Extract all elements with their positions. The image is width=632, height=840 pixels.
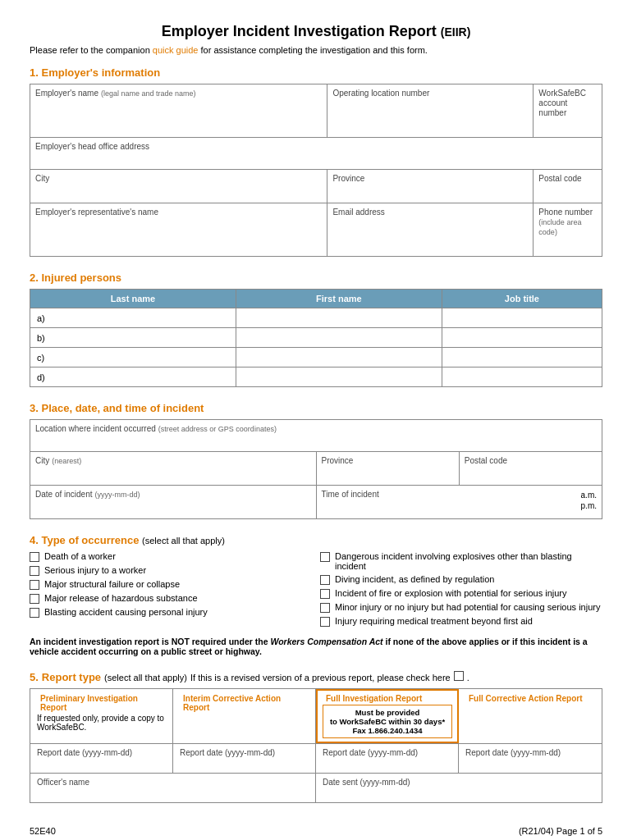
full-corr-label: Full Corrective Action Report [469,694,583,703]
full-corr-date-input[interactable] [465,757,595,769]
occurrence-checkbox-6[interactable] [320,575,330,585]
occurrence-checkbox-7[interactable] [320,589,330,599]
head-office-input[interactable] [35,151,597,166]
preliminary-date-cell: Report date (yyyy-mm-dd) [30,744,173,773]
city-input[interactable] [35,183,322,199]
occurrence-label-6: Diving incident, as defined by regulatio… [335,574,494,584]
row-a-last[interactable]: a) [30,308,236,328]
preliminary-date-input[interactable] [37,757,166,769]
location-sublabel: (street address or GPS coordinates) [158,425,277,433]
occurrence-checkbox-4[interactable] [30,608,39,618]
footer-left: 52E40 [30,826,56,836]
occurrence-checkbox-8[interactable] [320,603,330,613]
occurrence-label-5: Dangerous incident involving explosives … [335,551,602,571]
full-corr-date-cell: Report date (yyyy-mm-dd) [459,744,602,773]
subtitle-post: for assistance completing the investigat… [198,45,427,55]
full-inv-date-input[interactable] [323,757,451,769]
operating-location-input[interactable] [332,98,528,114]
employer-name-input[interactable] [35,98,322,114]
row-a-job[interactable] [442,308,602,328]
occurrence-item-1: Serious injury to a worker [30,565,312,576]
section-1-title: 1. Employer's information [30,66,602,79]
table-row: a) [30,308,602,328]
s3-province-input[interactable] [322,465,454,482]
email-input[interactable] [332,217,528,233]
row-c-last[interactable]: c) [30,348,236,368]
phone-input[interactable] [538,236,597,253]
rt-preliminary: Preliminary Investigation Report If requ… [30,689,173,743]
occurrence-checkbox-3[interactable] [30,594,39,604]
s3-postal-cell: Postal code [459,452,602,486]
revised-checkbox[interactable] [454,671,464,681]
head-office-cell: Employer's head office address [30,138,602,170]
s4-select-note: (select all that apply) [142,536,225,546]
province-input[interactable] [332,183,528,199]
row-b-job[interactable] [442,328,602,348]
occurrence-item-4: Blasting accident causing personal injur… [30,607,312,618]
occurrence-item-8: Minor injury or no injury but had potent… [320,602,602,613]
location-input[interactable] [35,433,597,448]
worksafe-account-label: WorkSafeBC account number [538,89,586,117]
occurrence-item-3: Major release of hazardous substance [30,593,312,604]
rt-full-corr: Full Corrective Action Report [459,689,602,743]
occurrence-label-0: Death of a worker [44,551,116,561]
occurrence-checkbox-2[interactable] [30,580,39,590]
date-sent-input[interactable] [323,787,595,798]
phone-sublabel: (include area code) [538,218,581,236]
date-sent-cell: Date sent (yyyy-mm-dd) [316,774,602,802]
employer-name-label: Employer's name [35,89,98,98]
city-nearest-cell: City (nearest) [30,452,317,486]
email-label: Email address [332,208,384,217]
quick-guide-link[interactable]: quick guide [153,45,199,55]
row-b-first[interactable] [236,328,442,348]
occurrence-checkbox-5[interactable] [320,552,330,562]
row-a-first[interactable] [236,308,442,328]
city-nearest-label: City [35,456,49,465]
row-d-first[interactable] [236,368,442,387]
occurrence-label-3: Major release of hazardous substance [44,593,198,603]
page-title: Employer Incident Investigation Report (… [30,23,602,40]
row-d-job[interactable] [442,368,602,387]
occurrence-item-2: Major structural failure or collapse [30,579,312,590]
section-4-title: 4. Type of occurrence (select all that a… [30,534,602,546]
row-d-last[interactable]: d) [30,368,236,387]
head-office-label: Employer's head office address [35,142,149,151]
preliminary-label: Preliminary Investigation Report [40,694,166,712]
city-label: City [35,174,49,183]
postal-code-input[interactable] [538,183,597,199]
s3-province-label: Province [322,456,354,465]
section-employer-info: 1. Employer's information Employer's nam… [30,66,602,257]
worksafe-account-input[interactable] [538,117,597,134]
occurrence-checkbox-1[interactable] [30,566,39,576]
footer-right: (R21/04) Page 1 of 5 [519,826,602,836]
section-5-title: 5. Report type (select all that apply) I… [30,671,602,683]
date-input[interactable] [35,499,311,515]
col-job-title: Job title [442,290,602,308]
occurrence-item-7: Incident of fire or explosion with poten… [320,588,602,599]
report-type-grid: Preliminary Investigation Report If requ… [30,688,602,744]
row-c-first[interactable] [236,348,442,368]
row-c-job[interactable] [442,348,602,368]
rt-full-corr-header: Full Corrective Action Report [465,694,595,703]
date-sent-label: Date sent (yyyy-mm-dd) [323,778,410,787]
s3-postal-label: Postal code [465,456,507,465]
officer-name-input[interactable] [37,787,309,798]
interim-date-input[interactable] [180,757,309,769]
place-date-table: Location where incident occurred (street… [30,419,602,519]
time-cell: Time of incident a.m. p.m. [316,486,602,519]
s3-postal-input[interactable] [465,465,597,482]
revised-text: If this is a revised version of a previo… [190,673,451,682]
location-label: Location where incident occurred [35,424,156,433]
rep-name-label: Employer's representative's name [35,208,158,217]
occurrence-item-5: Dangerous incident involving explosives … [320,551,602,571]
time-input[interactable] [322,499,379,515]
city-nearest-input[interactable] [35,465,311,482]
rep-name-input[interactable] [35,217,322,233]
time-label: Time of incident [322,490,379,499]
row-b-last[interactable]: b) [30,328,236,348]
full-corr-date-label: Report date (yyyy-mm-dd) [465,748,561,757]
province-cell: Province [327,170,534,203]
occurrence-checkbox-9[interactable] [320,617,330,627]
officer-name-label: Officer's name [37,778,89,787]
occurrence-checkbox-0[interactable] [30,552,39,562]
